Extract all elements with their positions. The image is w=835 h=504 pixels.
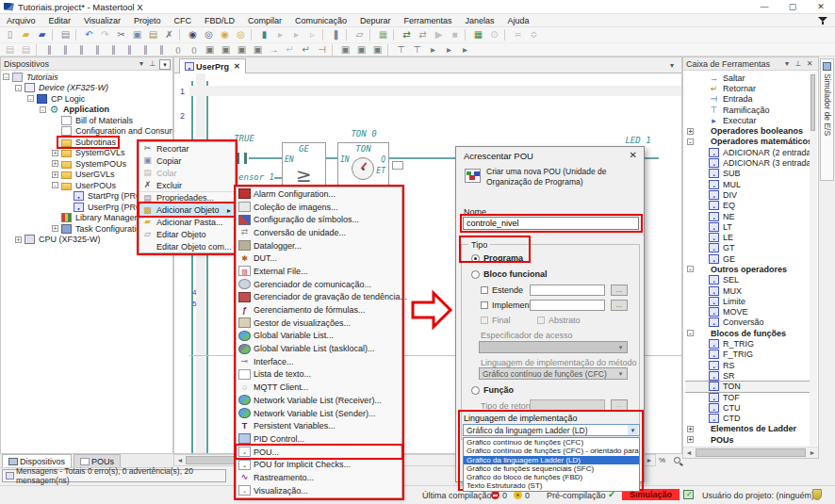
toolbox-expander-icon[interactable] <box>699 203 706 209</box>
panel-pin-icon[interactable]: ⊥ <box>793 59 804 68</box>
tree-expander-icon[interactable] <box>52 117 58 123</box>
toolbar-button[interactable] <box>58 28 73 41</box>
toolbar-button[interactable] <box>171 43 185 57</box>
submenu-item[interactable]: MQTT Client... <box>237 381 401 394</box>
toolbox-item[interactable]: MUL <box>685 179 810 189</box>
menu-item[interactable]: Depurar <box>353 14 398 27</box>
toolbox-item[interactable]: - Outros operadores <box>685 264 810 274</box>
toolbar-button[interactable] <box>432 28 446 41</box>
toolbar-button[interactable] <box>74 43 89 57</box>
dropdown-option[interactable]: Gráfico contínuo de funções (CFC) <box>464 438 639 447</box>
dropdown-option[interactable]: Gráfico do bloco de funções (FBD) <box>464 473 639 481</box>
submenu-item[interactable]: Gestor de visualizações... <box>237 317 401 330</box>
menu-item[interactable]: Compilar <box>241 14 288 27</box>
toolbox-item[interactable]: F_TRIG <box>685 350 810 360</box>
panel-dropdown-icon[interactable]: ▾ <box>781 59 793 68</box>
submenu-item[interactable]: Interface... <box>237 355 401 368</box>
toolbox-item[interactable]: RS <box>685 360 810 370</box>
toolbox-item[interactable]: SUB <box>685 169 810 179</box>
context-menu-item[interactable]: Editar Objeto <box>139 228 235 240</box>
toolbox-item[interactable]: LT <box>685 221 810 232</box>
toolbox-expander-icon[interactable] <box>699 117 706 123</box>
tree-expander-icon[interactable]: + <box>52 160 58 167</box>
toolbar-button[interactable] <box>273 28 287 41</box>
tree-expander-icon[interactable]: - <box>52 182 58 188</box>
toolbar-button[interactable] <box>322 29 326 41</box>
toolbar-button[interactable] <box>267 43 281 57</box>
toolbox-expander-icon[interactable]: + <box>687 436 694 443</box>
toolbar-button[interactable] <box>186 28 200 41</box>
toolbox-item[interactable]: Conversão <box>685 317 810 328</box>
toolbar-button[interactable] <box>504 29 508 41</box>
tree-expander-icon[interactable] <box>52 128 58 135</box>
toolbar-button[interactable] <box>442 43 456 57</box>
toolbar-button[interactable] <box>426 43 440 57</box>
toolbox-expander-icon[interactable] <box>699 85 706 91</box>
toolbar-button[interactable] <box>393 29 397 41</box>
toolbar-button[interactable] <box>315 43 329 57</box>
menu-item[interactable]: Visualizar <box>77 14 127 27</box>
io-simulator-tab[interactable]: Simulador de E/S <box>820 58 834 181</box>
toolbar-button[interactable] <box>352 28 367 41</box>
toolbar-button[interactable] <box>387 44 391 56</box>
submenu-item[interactable]: Persistent Variables... <box>237 419 401 432</box>
toolbox-expander-icon[interactable]: + <box>687 426 694 432</box>
toolbar-button[interactable] <box>36 44 40 56</box>
toolbar-button[interactable] <box>369 29 373 41</box>
tree-expander-icon[interactable] <box>64 193 71 200</box>
dropdown-option[interactable]: Gráfico de funções sequenciais (SFC) <box>464 464 639 473</box>
toolbar-button[interactable] <box>3 43 17 57</box>
tab-list-icon[interactable]: ▾ <box>670 61 674 70</box>
toolbar-button[interactable] <box>332 44 336 56</box>
toolbox-item[interactable]: CTU <box>685 402 810 413</box>
radio-funcao[interactable]: Função <box>471 385 514 395</box>
tree-expander-icon[interactable]: + <box>15 236 22 243</box>
toolbox-expander-icon[interactable] <box>699 383 706 390</box>
toolbar-button[interactable] <box>471 28 485 41</box>
tree-expander-icon[interactable]: + <box>52 171 58 178</box>
toolbox-item[interactable]: Saltar <box>685 73 810 83</box>
tree-expander-icon[interactable]: + <box>52 150 58 156</box>
submenu-item[interactable]: Coleção de imagens... <box>237 201 401 214</box>
tree-expander-icon[interactable] <box>52 215 58 221</box>
toolbar-button[interactable] <box>42 43 57 57</box>
estende-browse-button[interactable]: ... <box>611 285 628 296</box>
toolbar-button[interactable] <box>3 28 17 41</box>
toolbar-button[interactable] <box>251 29 254 41</box>
context-menu-item[interactable]: Propriedades... <box>139 191 235 203</box>
toolbar-button[interactable] <box>162 28 176 41</box>
toolbox-expander-icon[interactable] <box>699 404 706 411</box>
toolbar-button[interactable] <box>75 29 79 41</box>
toolbar-button[interactable] <box>19 43 33 57</box>
estende-field[interactable] <box>530 285 605 296</box>
toolbar-button[interactable] <box>218 28 232 41</box>
toolbar-button[interactable] <box>123 43 137 57</box>
scroll-left-icon[interactable]: ◄ <box>174 457 186 463</box>
context-menu-item[interactable]: Excluir <box>139 179 235 191</box>
messages-bar[interactable]: Mensagens - Totais 0 erro(s), 0 advertên… <box>2 469 226 482</box>
toolbox-expander-icon[interactable] <box>699 213 706 219</box>
toolbox-item[interactable]: LE <box>685 232 810 242</box>
radio-programa[interactable]: Programa <box>471 253 523 263</box>
context-menu-item[interactable]: Adicionar Pasta... <box>139 216 235 228</box>
toolbar-button[interactable] <box>179 29 183 41</box>
toolbox-item[interactable]: NE <box>685 211 810 221</box>
filter-funnel-icon[interactable] <box>818 17 827 24</box>
dropdown-option[interactable]: Gráfico da linguagem Ladder (LD) <box>464 456 639 464</box>
toolbox-item[interactable]: SR <box>685 370 810 381</box>
toolbox-expander-icon[interactable] <box>699 191 706 198</box>
toolbar-button[interactable] <box>410 43 424 57</box>
toolbar-button[interactable] <box>130 28 144 41</box>
name-input[interactable] <box>463 217 639 230</box>
toolbox-expander-icon[interactable] <box>699 309 706 316</box>
toolbox-item[interactable]: ADICIONAR (3 entradas) <box>685 157 810 168</box>
toolbox-expander-icon[interactable] <box>699 372 706 379</box>
submenu-item[interactable]: POU... <box>237 446 401 459</box>
contact[interactable] <box>244 153 247 164</box>
toolbox-expander-icon[interactable] <box>699 74 706 81</box>
implementar-browse-button[interactable]: ... <box>611 300 628 311</box>
toolbar-button[interactable] <box>458 43 472 57</box>
panel-close-icon[interactable]: ✕ <box>804 59 815 68</box>
dialog-close-icon[interactable]: ✕ <box>630 150 637 160</box>
toolbox-expander-icon[interactable] <box>699 223 706 230</box>
